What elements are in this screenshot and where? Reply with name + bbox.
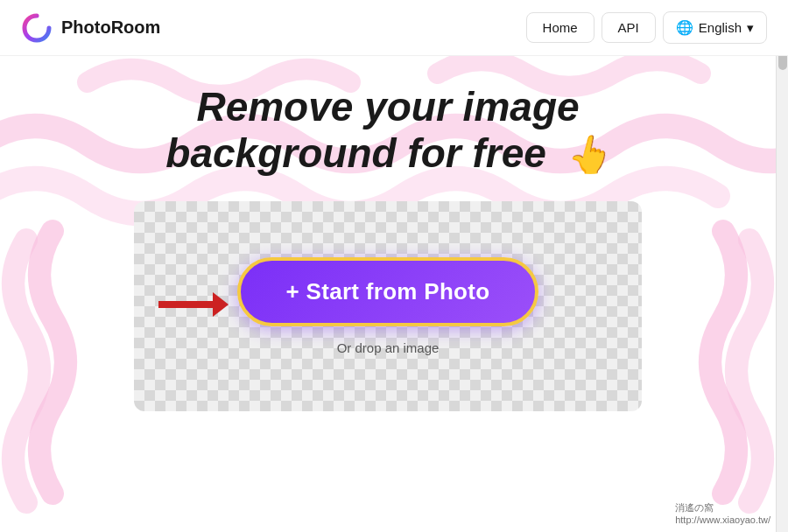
chevron-down-icon: ▾ — [747, 20, 754, 36]
translate-icon: 🌐 — [676, 19, 693, 36]
nav-area: Home API 🌐 English ▾ — [526, 11, 767, 44]
logo-text: PhotoRoom — [61, 18, 160, 38]
watermark-line1: 消遙の窩 — [675, 501, 770, 514]
language-label: English — [699, 20, 742, 35]
home-button[interactable]: Home — [526, 12, 595, 43]
scrollbar[interactable] — [776, 0, 788, 532]
title-line1: Remove your image — [196, 84, 579, 130]
title-line2: background for free — [165, 130, 546, 176]
language-selector[interactable]: 🌐 English ▾ — [663, 11, 767, 44]
hand-pointing-icon: 👆 — [565, 134, 610, 176]
header: PhotoRoom Home API 🌐 English ▾ — [0, 0, 788, 56]
drop-text: Or drop an image — [337, 340, 440, 355]
watermark: 消遙の窩 http://www.xiaoyao.tw/ — [675, 501, 770, 525]
main-content: Remove your image background for free 👆 … — [0, 56, 776, 532]
start-from-photo-button[interactable]: + Start from Photo — [237, 257, 539, 326]
svg-marker-1 — [213, 292, 229, 317]
watermark-line2: http://www.xiaoyao.tw/ — [675, 514, 770, 525]
upload-button-label: + Start from Photo — [286, 278, 490, 305]
main-title: Remove your image background for free 👆 — [165, 84, 609, 177]
photoroom-logo-icon — [21, 12, 53, 44]
api-button[interactable]: API — [602, 12, 656, 43]
drop-zone[interactable]: + Start from Photo Or drop an image — [134, 201, 642, 411]
title-area: Remove your image background for free 👆 — [165, 84, 609, 177]
logo-area: PhotoRoom — [21, 12, 160, 44]
arrow-indicator — [158, 289, 229, 324]
